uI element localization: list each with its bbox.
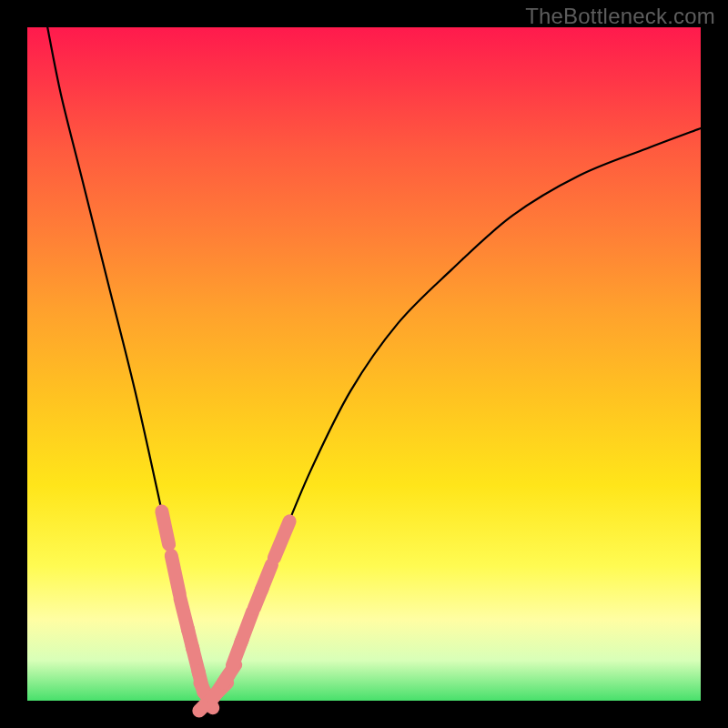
curve-marker <box>154 503 177 552</box>
watermark-text: TheBottleneck.com <box>525 4 715 29</box>
plot-area <box>27 27 701 701</box>
bottleneck-curve <box>47 27 701 701</box>
chart-canvas: TheBottleneck.com <box>0 0 728 728</box>
curve-marker <box>266 512 298 567</box>
marker-group <box>154 503 298 721</box>
curve-svg <box>27 27 701 701</box>
